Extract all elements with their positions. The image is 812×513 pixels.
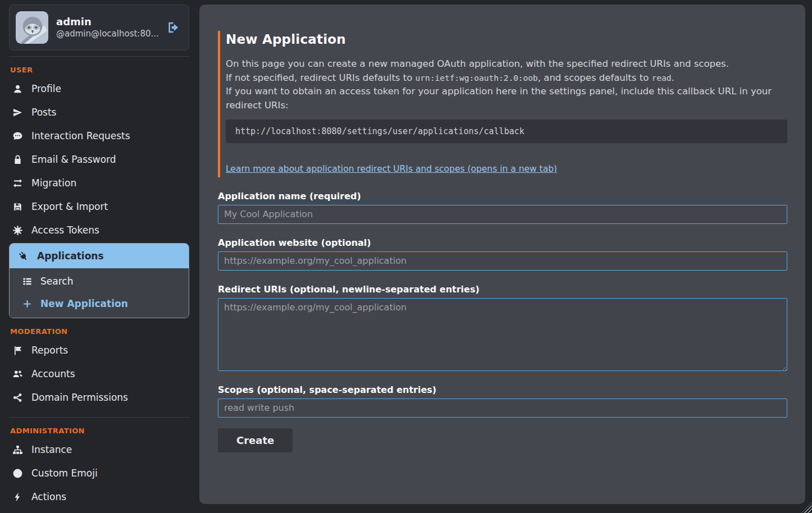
main-panel: New Application On this page you can cre…	[199, 4, 805, 504]
inline-code-oob: urn:ietf:wg:oauth:2.0:oob	[416, 74, 538, 83]
inline-code-read: read	[652, 74, 672, 83]
new-application-form: Application name (required) Application …	[218, 191, 787, 452]
intro-line-3: If you want to obtain an access token fo…	[226, 85, 787, 112]
sidebar-item-actions[interactable]: Actions	[9, 485, 189, 509]
avatar	[16, 11, 48, 44]
sidebar-item-profile[interactable]: Profile	[9, 77, 189, 100]
sidebar-item-domain-permissions[interactable]: Domain Permissions	[9, 386, 189, 409]
flag-icon	[12, 345, 23, 356]
sidebar-item-label: Access Tokens	[31, 225, 99, 236]
share-nodes-icon	[12, 392, 23, 403]
sidebar-item-label: Custom Emoji	[31, 468, 98, 479]
sidebar-item-access-tokens[interactable]: Access Tokens	[9, 218, 189, 242]
lock-icon	[12, 154, 23, 165]
application-name-label: Application name (required)	[218, 191, 787, 201]
divider	[9, 417, 189, 418]
sidebar-item-label: Posts	[31, 107, 56, 118]
applications-nav-group: Applications Search New Application	[9, 243, 189, 318]
intro-line-2: If not specified, redirect URIs defaults…	[226, 71, 787, 85]
section-header-user: USER	[9, 66, 189, 74]
window-resize-grip[interactable]	[801, 502, 812, 513]
sidebar-item-reports[interactable]: Reports	[9, 338, 189, 362]
bolt-icon	[12, 492, 23, 502]
application-website-label: Application website (optional)	[218, 237, 787, 248]
sidebar-item-instance[interactable]: Instance	[9, 438, 189, 461]
sidebar-item-export-import[interactable]: Export & Import	[9, 195, 189, 218]
sidebar-item-label: Export & Import	[31, 201, 108, 212]
sidebar-item-applications[interactable]: Applications	[10, 244, 189, 268]
callback-url-codeblock: http://localhost:8080/settings/user/appl…	[226, 120, 787, 143]
seal-icon	[12, 225, 23, 236]
sidebar-item-applications-search[interactable]: Search	[10, 270, 189, 292]
users-icon	[12, 369, 23, 379]
comment-dots-icon	[12, 131, 23, 141]
sidebar-item-custom-emoji[interactable]: Custom Emoji	[9, 461, 189, 485]
exchange-arrows-icon	[12, 178, 23, 189]
sidebar-item-label: Migration	[31, 177, 76, 189]
redirect-uris-textarea[interactable]	[218, 298, 787, 371]
user-card: admin @admin@localhost:80...	[9, 4, 189, 51]
scopes-label: Scopes (optional, space-separated entrie…	[218, 384, 787, 395]
sidebar-item-label: Search	[40, 276, 73, 287]
sitemap-icon	[12, 445, 23, 455]
user-name: admin	[56, 15, 158, 28]
smiley-icon	[12, 468, 23, 479]
list-icon	[22, 276, 33, 287]
application-website-input[interactable]	[218, 251, 787, 271]
floppy-disk-icon	[12, 201, 23, 212]
sidebar-item-label: Email & Password	[31, 154, 116, 165]
page-title: New Application	[226, 32, 787, 47]
create-button[interactable]: Create	[218, 428, 293, 452]
settings-sidebar: admin @admin@localhost:80... USER Profil…	[0, 0, 199, 513]
sidebar-item-label: Applications	[37, 250, 104, 262]
sidebar-item-label: Interaction Requests	[31, 130, 130, 141]
sign-out-icon[interactable]	[166, 20, 181, 35]
sidebar-item-label: Instance	[31, 444, 72, 455]
user-handle: @admin@localhost:80...	[56, 28, 158, 40]
section-header-moderation: MODERATION	[9, 327, 189, 336]
sidebar-item-label: New Application	[40, 298, 128, 309]
application-name-input[interactable]	[218, 205, 787, 224]
sidebar-item-posts[interactable]: Posts	[9, 100, 189, 124]
sidebar-item-migration[interactable]: Migration	[9, 171, 189, 195]
sidebar-item-interaction-requests[interactable]: Interaction Requests	[9, 124, 189, 148]
learn-more-link[interactable]: Learn more about application redirect UR…	[226, 164, 557, 174]
sidebar-item-label: Actions	[31, 491, 66, 502]
sidebar-item-label: Reports	[31, 345, 68, 356]
sidebar-item-label: Accounts	[31, 368, 75, 379]
scopes-input[interactable]	[218, 399, 787, 418]
plug-icon	[16, 249, 31, 264]
sidebar-item-accounts[interactable]: Accounts	[9, 362, 189, 386]
new-application-intro: New Application On this page you can cre…	[218, 31, 787, 177]
sidebar-item-label: Profile	[31, 83, 61, 94]
section-header-administration: ADMINISTRATION	[9, 427, 189, 435]
user-icon	[12, 84, 23, 94]
applications-submenu: Search New Application	[10, 268, 189, 318]
divider	[9, 56, 189, 57]
plus-icon	[22, 299, 33, 309]
sidebar-item-email-password[interactable]: Email & Password	[9, 148, 189, 171]
sidebar-item-applications-new[interactable]: New Application	[10, 292, 189, 315]
redirect-uris-label: Redirect URIs (optional, newline-separat…	[218, 284, 787, 295]
intro-line-1: On this page you can create a new manage…	[226, 57, 787, 71]
sidebar-item-label: Domain Permissions	[31, 392, 128, 403]
paper-plane-icon	[12, 107, 23, 118]
